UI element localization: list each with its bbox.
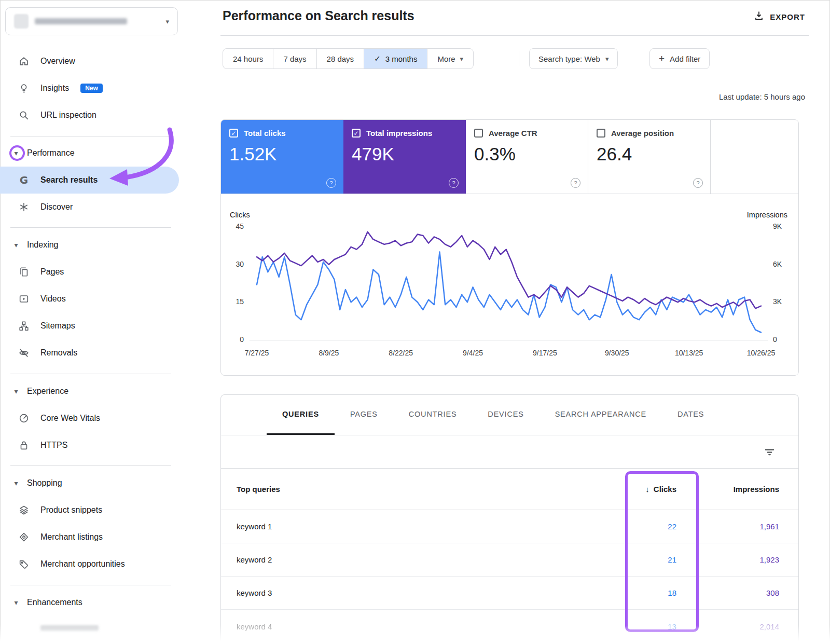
help-icon[interactable]: ?	[693, 178, 703, 188]
export-label: EXPORT	[770, 12, 805, 21]
table-header-row: Top queries ↓ Clicks Impressions	[221, 469, 798, 510]
y-axis-tick-right: 6K	[773, 260, 795, 268]
add-filter-button[interactable]: + Add filter	[649, 48, 710, 69]
x-axis-tick-label: 10/13/25	[675, 349, 703, 357]
sidebar-item-merchant-opportunities[interactable]: Merchant opportunities	[0, 551, 179, 578]
tab-dates[interactable]: DATES	[662, 395, 720, 435]
sidebar-item-url-inspection[interactable]: URL inspection	[0, 102, 179, 129]
layers-icon	[18, 504, 30, 516]
column-header-queries[interactable]: Top queries	[221, 485, 280, 494]
x-axis-tick-label: 10/26/25	[747, 349, 776, 357]
page-title: Performance on Search results	[223, 8, 414, 23]
sidebar-item-label: Pages	[40, 267, 64, 277]
total-clicks-tile[interactable]: ✓ Total clicks 1.52K ?	[221, 120, 343, 194]
sidebar-divider	[10, 585, 171, 585]
chevron-down-icon: ▾	[11, 598, 21, 607]
sidebar-item-sitemaps[interactable]: Sitemaps	[0, 312, 179, 339]
sidebar-section-indexing[interactable]: ▾ Indexing	[0, 231, 179, 258]
y-axis-tick-right: 3K	[773, 297, 795, 306]
sidebar-item-overview[interactable]: Overview	[0, 48, 179, 75]
filter-separator	[519, 51, 519, 66]
range-3-months-selected[interactable]: ✓ 3 months	[364, 48, 427, 69]
tag-icon	[18, 558, 30, 570]
property-selector[interactable]: ▾	[5, 7, 178, 35]
sidebar-item-insights[interactable]: Insights New	[0, 75, 179, 102]
property-name-blurred	[35, 18, 127, 24]
sidebar-item-core-web-vitals[interactable]: Core Web Vitals	[0, 405, 179, 432]
tab-countries[interactable]: COUNTRIES	[393, 395, 473, 435]
sidebar-item-removals[interactable]: Removals	[0, 339, 179, 366]
range-7-days[interactable]: 7 days	[273, 48, 316, 69]
sidebar-item-product-snippets[interactable]: Product snippets	[0, 497, 179, 524]
tab-search-appearance[interactable]: SEARCH APPEARANCE	[540, 395, 662, 435]
sidebar-item-merchant-listings[interactable]: Merchant listings	[0, 524, 179, 551]
chart-series-clicks	[257, 252, 761, 332]
sidebar-item-https[interactable]: HTTPS	[0, 432, 179, 459]
column-header-clicks[interactable]: ↓ Clicks	[645, 485, 676, 494]
range-24-hours[interactable]: 24 hours	[223, 48, 273, 69]
x-axis-tick-label: 8/9/25	[319, 349, 339, 357]
sidebar-divider	[10, 465, 171, 466]
sidebar-section-performance[interactable]: ▾ Performance	[0, 140, 179, 167]
check-icon: ✓	[374, 54, 381, 63]
metric-label: Total clicks	[244, 129, 286, 138]
sidebar-section-label: Performance	[27, 148, 75, 158]
sidebar-item-label: HTTPS	[40, 441, 67, 450]
clicks-cell: 18	[668, 588, 676, 597]
plus-icon: +	[659, 53, 665, 64]
sidebar-item-label: Videos	[40, 294, 66, 304]
google-g-icon: G	[18, 174, 30, 186]
tab-devices[interactable]: DEVICES	[472, 395, 539, 435]
sidebar-item-videos[interactable]: Videos	[0, 285, 179, 312]
sidebar-divider	[10, 374, 171, 374]
sidebar-section-enhancements[interactable]: ▾ Enhancements	[0, 589, 179, 616]
sidebar-item-pages[interactable]: Pages	[0, 258, 179, 285]
sidebar-section-label: Experience	[27, 387, 68, 396]
dimensions-card: QUERIES PAGES COUNTRIES DEVICES SEARCH A…	[220, 394, 799, 644]
chart-baseline	[250, 340, 768, 340]
help-icon[interactable]: ?	[571, 178, 580, 188]
y-axis-tick: 15	[222, 297, 244, 306]
y-axis-tick: 45	[222, 222, 244, 230]
table-row-partial[interactable]: keyword 4 13 2,014	[221, 610, 798, 643]
tab-pages[interactable]: PAGES	[335, 395, 393, 435]
filter-icon[interactable]	[764, 446, 776, 460]
sidebar-item-search-results[interactable]: G Search results	[0, 167, 179, 194]
right-axis-title: Impressions	[747, 211, 787, 219]
performance-line-chart	[257, 227, 761, 340]
search-type-filter[interactable]: Search type: Web ▾	[529, 48, 618, 69]
last-update-text: Last update: 5 hours ago	[719, 92, 805, 101]
gauge-icon	[18, 412, 30, 424]
sort-down-icon: ↓	[645, 485, 649, 494]
asterisk-icon	[18, 201, 30, 213]
sidebar-section-label: Shopping	[27, 478, 62, 488]
sidebar-section-label: Enhancements	[27, 598, 82, 607]
new-badge: New	[80, 84, 103, 93]
sidebar-item-label: Removals	[40, 348, 77, 358]
sidebar-item-discover[interactable]: Discover	[0, 194, 179, 221]
help-icon[interactable]: ?	[449, 178, 459, 188]
export-button[interactable]: EXPORT	[753, 10, 805, 23]
sidebar-section-experience[interactable]: ▾ Experience	[0, 378, 179, 405]
column-header-impressions[interactable]: Impressions	[734, 485, 779, 494]
help-icon[interactable]: ?	[326, 178, 336, 188]
average-position-tile[interactable]: Average position 26.4 ?	[588, 120, 711, 194]
chevron-down-icon: ▾	[11, 387, 21, 395]
range-more-dropdown[interactable]: More ▾	[427, 48, 474, 69]
chevron-down-icon: ▾	[460, 55, 464, 63]
table-row[interactable]: keyword 2 21 1,923	[221, 543, 798, 577]
total-impressions-tile[interactable]: ✓ Total impressions 479K ?	[343, 120, 466, 194]
table-row[interactable]: keyword 3 18 308	[221, 577, 798, 610]
average-ctr-tile[interactable]: Average CTR 0.3% ?	[466, 120, 588, 194]
total-impressions-checkbox[interactable]: ✓	[352, 129, 361, 138]
average-ctr-checkbox[interactable]	[474, 129, 483, 138]
metric-value: 26.4	[597, 144, 702, 165]
lock-icon	[18, 439, 30, 451]
total-clicks-checkbox[interactable]: ✓	[229, 129, 238, 138]
sidebar-section-shopping[interactable]: ▾ Shopping	[0, 470, 179, 497]
average-position-checkbox[interactable]	[597, 129, 605, 138]
range-28-days[interactable]: 28 days	[316, 48, 365, 69]
query-cell: keyword 3	[221, 588, 272, 597]
table-row[interactable]: keyword 1 22 1,961	[221, 510, 798, 543]
tab-queries[interactable]: QUERIES	[267, 395, 335, 435]
